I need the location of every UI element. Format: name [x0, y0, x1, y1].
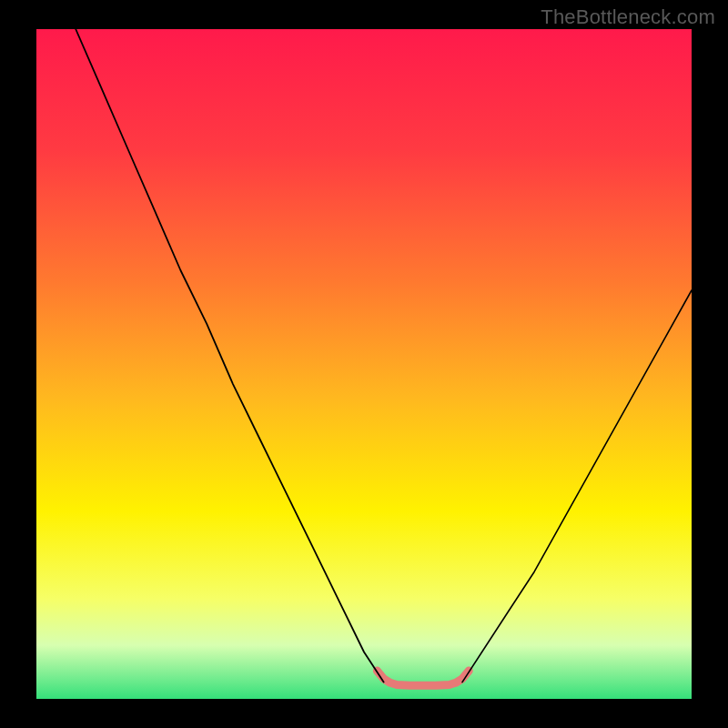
gradient-background — [36, 29, 692, 699]
bottleneck-curve-plot — [36, 29, 692, 699]
plot-svg — [36, 29, 692, 699]
chart-stage: TheBottleneck.com — [0, 0, 728, 728]
site-watermark: TheBottleneck.com — [541, 5, 715, 29]
